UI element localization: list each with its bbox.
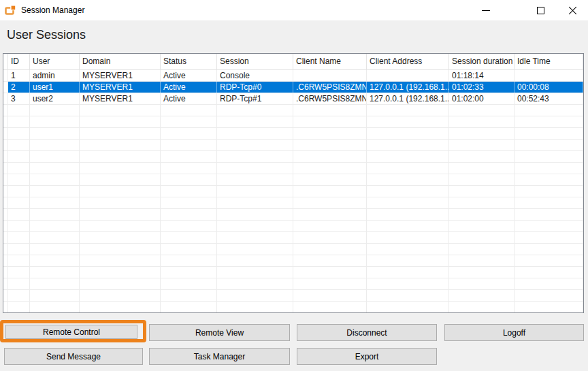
cell-status [161, 255, 217, 266]
window-title: Session Manager [21, 5, 84, 15]
cell-id [8, 116, 30, 127]
cell-status [161, 105, 217, 116]
cell-user [30, 105, 80, 116]
row-gutter-cell [3, 278, 8, 289]
cell-user[interactable]: user1 [30, 82, 80, 93]
maximize-button[interactable] [525, 0, 556, 20]
cell-client-name[interactable]: .C6RW5PSIS8ZMN7 [293, 82, 367, 93]
cell-client-address [367, 302, 449, 312]
cell-id[interactable]: 1 [8, 70, 30, 81]
cell-duration [449, 128, 514, 139]
cell-idle[interactable] [514, 70, 583, 81]
cell-duration[interactable]: 01:02:00 [449, 93, 514, 104]
cell-domain [80, 174, 161, 185]
cell-id [8, 163, 30, 174]
cell-status [161, 140, 217, 150]
disconnect-button[interactable]: Disconnect [297, 324, 437, 341]
table-row-session-3[interactable]: 3user2MYSERVER1ActiveRDP-Tcp#1.C6RW5PSIS… [3, 93, 583, 105]
cell-duration [449, 197, 514, 208]
cell-id [8, 232, 30, 243]
cell-idle[interactable]: 00:00:08 [514, 82, 583, 93]
task-manager-button[interactable]: Task Manager [149, 348, 290, 365]
column-header-client-name[interactable]: Client Name [293, 54, 367, 69]
row-gutter-cell [3, 255, 8, 266]
cell-client-address[interactable] [367, 70, 449, 81]
table-row-empty [3, 174, 583, 186]
row-gutter-cell [3, 151, 8, 162]
cell-idle[interactable]: 00:52:43 [514, 93, 583, 104]
cell-user [30, 267, 80, 278]
export-button[interactable]: Export [297, 348, 437, 365]
remote-view-button[interactable]: Remote View [149, 324, 290, 341]
cell-id [8, 290, 30, 301]
cell-status[interactable]: Active [161, 93, 217, 104]
cell-client-address[interactable]: 127.0.0.1 (192.168.1... [367, 82, 449, 93]
cell-domain [80, 255, 161, 266]
cell-user [30, 140, 80, 150]
minimize-button[interactable] [470, 0, 502, 20]
column-header-session[interactable]: Session [217, 54, 293, 69]
cell-status [161, 244, 217, 255]
session-manager-window: Session Manager User Sessions IDUserDoma… [0, 0, 588, 371]
column-header-idle-time[interactable]: Idle Time [514, 54, 583, 69]
row-gutter-cell [3, 128, 8, 139]
cell-user [30, 128, 80, 139]
cell-domain[interactable]: MYSERVER1 [80, 82, 161, 93]
cell-domain[interactable]: MYSERVER1 [80, 93, 161, 104]
table-row-empty [3, 278, 583, 290]
table-row-session-1[interactable]: 1adminMYSERVER1ActiveConsole01:18:14 [3, 70, 583, 82]
minimize-icon [482, 10, 490, 11]
cell-client-address[interactable]: 127.0.0.1 (192.168.1... [367, 93, 449, 104]
cell-client-address [367, 244, 449, 255]
close-icon [568, 6, 577, 15]
cell-id [8, 209, 30, 220]
cell-client-address [367, 255, 449, 266]
cell-client-address [367, 128, 449, 139]
cell-domain [80, 151, 161, 162]
cell-client-name[interactable] [293, 70, 367, 81]
cell-client-address [367, 116, 449, 127]
cell-user [30, 174, 80, 185]
column-header-id[interactable]: ID [8, 54, 30, 69]
cell-client-name [293, 232, 367, 243]
cell-duration[interactable]: 01:18:14 [449, 70, 514, 81]
cell-session [217, 174, 293, 185]
column-header-domain[interactable]: Domain [80, 54, 161, 69]
column-header-user[interactable]: User [30, 54, 80, 69]
cell-client-name [293, 209, 367, 220]
cell-id [8, 221, 30, 231]
table-row-empty [3, 255, 583, 267]
column-header-client-address[interactable]: Client Address [367, 54, 449, 69]
cell-session [217, 140, 293, 150]
cell-id [8, 140, 30, 150]
send-message-button[interactable]: Send Message [4, 348, 143, 365]
cell-session[interactable]: RDP-Tcp#1 [217, 93, 293, 104]
cell-client-address [367, 105, 449, 116]
logoff-button[interactable]: Logoff [444, 324, 584, 341]
cell-status[interactable]: Active [161, 82, 217, 93]
cell-client-name[interactable]: .C6RW5PSIS8ZMN7 [293, 93, 367, 104]
cell-user[interactable]: user2 [30, 93, 80, 104]
cell-status[interactable]: Active [161, 70, 217, 81]
maximize-icon [537, 7, 544, 14]
cell-id[interactable]: 2 [8, 82, 30, 93]
cell-duration[interactable]: 01:02:33 [449, 82, 514, 93]
cell-domain[interactable]: MYSERVER1 [80, 70, 161, 81]
row-gutter-cell [3, 232, 8, 243]
column-header-status[interactable]: Status [161, 54, 217, 69]
remote-control-button[interactable]: Remote Control [5, 325, 137, 339]
cell-status [161, 163, 217, 174]
close-button[interactable] [557, 0, 588, 20]
cell-user [30, 302, 80, 312]
cell-user [30, 116, 80, 127]
cell-client-name [293, 140, 367, 150]
column-header-session-duration[interactable]: Session duration [449, 54, 514, 69]
cell-client-address [367, 267, 449, 278]
cell-user[interactable]: admin [30, 70, 80, 81]
cell-client-name [293, 302, 367, 312]
cell-session[interactable]: Console [217, 70, 293, 81]
table-row-session-2[interactable]: 2user1MYSERVER1ActiveRDP-Tcp#0.C6RW5PSIS… [3, 82, 583, 93]
row-gutter-cell [3, 221, 8, 231]
cell-session[interactable]: RDP-Tcp#0 [217, 82, 293, 93]
cell-id[interactable]: 3 [8, 93, 30, 104]
